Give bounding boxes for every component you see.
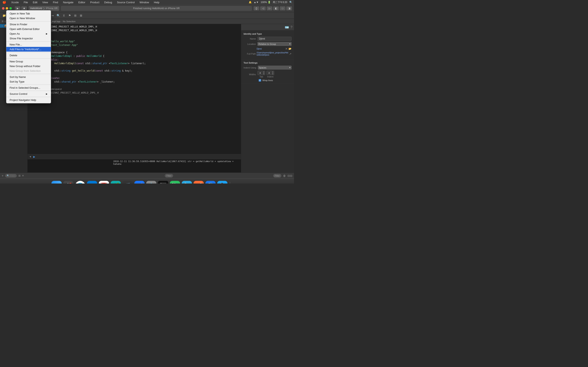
menubar-bell[interactable]: 🔔	[249, 1, 252, 4]
dock-chrome[interactable]: 🌐	[75, 181, 85, 184]
text-settings-section: Text Settings Indent Using Spaces ▾ Widt…	[241, 59, 294, 84]
flag-icon[interactable]: ⚑	[67, 13, 72, 18]
layout-right-button[interactable]: ◨	[286, 6, 292, 10]
tab-stepper[interactable]: 4 ▲ ▼	[258, 71, 265, 75]
filter-box-3[interactable]: Filter	[273, 174, 281, 178]
code-content[interactable]: #ifndef DJINNI_PROJECT_HELLO_WORLD_IMPL_…	[35, 24, 241, 154]
ctx-sort-type[interactable]: Sort by Type	[6, 79, 51, 84]
menu-editor[interactable]: Editor	[78, 1, 86, 4]
filter-icon[interactable]: ⧖	[61, 13, 66, 18]
view-icon[interactable]: ✕	[22, 174, 24, 177]
dock-evernote[interactable]: 🐘	[170, 181, 180, 184]
nav-back[interactable]: ◁	[4, 20, 6, 22]
ctx-navigator-help[interactable]: Project Navigator Help	[6, 98, 51, 102]
layout-center-button[interactable]: □	[280, 6, 285, 10]
menu-debug[interactable]: Debug	[104, 1, 113, 4]
dock-finder[interactable]: 🗂	[52, 181, 62, 184]
dock-appstore[interactable]: 🛒	[134, 181, 145, 184]
ctx-new-group[interactable]: New Group	[6, 59, 51, 64]
indent-down[interactable]: ▼	[272, 73, 274, 75]
indent-up[interactable]: ▲	[272, 71, 274, 73]
menu-edit[interactable]: Edit	[32, 1, 38, 4]
menu-help[interactable]: Help	[153, 1, 160, 4]
curly-brace-button[interactable]: {}	[254, 6, 259, 10]
menu-xcode[interactable]: Xcode	[10, 1, 20, 4]
ctx-open-external[interactable]: Open with External Editor	[6, 27, 51, 31]
apple-menu[interactable]: 🍎	[2, 0, 7, 4]
ctx-delete[interactable]: Delete	[6, 53, 51, 58]
menubar-time: 周二下午3:20	[273, 1, 287, 4]
console-play-icon[interactable]: ▶	[33, 155, 35, 158]
diagram-icon[interactable]: ⊞	[73, 13, 78, 18]
menu-navigate[interactable]: Navigate	[62, 1, 74, 4]
console-toolbar: ▼ ▶	[27, 154, 241, 159]
dock-xcode[interactable]: ⚒️	[205, 181, 216, 184]
close-button[interactable]	[2, 7, 4, 9]
add-icon[interactable]: +	[2, 174, 3, 178]
scheme-selector[interactable]: HelloWorld ❯ iPhone XR	[29, 6, 59, 11]
dock-qq[interactable]: 🐧	[217, 181, 227, 184]
search-toolbar-icon[interactable]: 🔍	[56, 13, 61, 18]
ctx-open-new-window[interactable]: Open in New Window	[6, 16, 51, 21]
ctx-open-new-tab[interactable]: Open in New Tab	[6, 11, 51, 16]
menu-file[interactable]: File	[23, 1, 29, 4]
trash-icon[interactable]: 🗑	[283, 174, 286, 177]
indent-row: Indent Using Spaces ▾	[243, 66, 292, 69]
console-collapse-icon[interactable]: ▼	[29, 155, 32, 158]
dock-instruments[interactable]: 🎸	[194, 181, 204, 184]
console-area: ▼ ▶ 2018-12-11 11:36:59.516955+0800 Hell…	[27, 154, 241, 173]
run-button[interactable]: ▶	[15, 6, 20, 10]
dock-calendar[interactable]: 📅	[99, 181, 109, 184]
location-select[interactable]: Relative to Group ▾	[258, 42, 292, 46]
nav-icon[interactable]: ☰	[2, 20, 3, 22]
ctx-add-files[interactable]: Add Files to "HelloWorld"...	[6, 47, 51, 52]
path-clear-icon[interactable]: ✕	[285, 47, 288, 50]
back-button[interactable]: ◁	[260, 6, 266, 10]
indent-stepper[interactable]: 4 ▲ ▼	[267, 71, 274, 75]
dock-sourcetree[interactable]: 🌿	[111, 181, 121, 184]
dock-terminal[interactable]: ⬛	[158, 181, 168, 184]
path-browse-icon[interactable]: 📂	[288, 47, 292, 50]
dock-clion[interactable]: 🔧	[182, 181, 192, 184]
layout-toggle[interactable]: ⊟⊟	[287, 174, 292, 177]
folder-icon[interactable]: 📁	[2, 13, 7, 18]
full-path-icon[interactable]: ↗	[289, 52, 292, 55]
filter-box[interactable]: 🔍 Filter	[5, 174, 17, 178]
breadcrumb-selection[interactable]: No Selection	[63, 20, 75, 23]
ctx-find-groups[interactable]: Find in Selected Groups...	[6, 85, 51, 90]
menu-view[interactable]: View	[42, 1, 49, 4]
name-input[interactable]	[258, 37, 292, 41]
ctx-open-as[interactable]: Open As ▶	[6, 31, 51, 36]
wrap-lines-checkbox[interactable]: ✓	[259, 79, 261, 82]
filter-box-2[interactable]: Filter	[165, 174, 173, 178]
menu-find[interactable]: Find	[52, 1, 59, 4]
dock-launchpad[interactable]: 🚀	[63, 181, 73, 184]
tab-up[interactable]: ▲	[263, 71, 265, 73]
menu-product[interactable]: Product	[89, 1, 100, 4]
dock-trash[interactable]: 🗑	[233, 181, 243, 184]
help-inspector-icon[interactable]: ?	[291, 25, 292, 29]
ctx-show-inspector[interactable]: Show File Inspector	[6, 36, 51, 41]
ctx-new-group-no-folder[interactable]: New Group without Folder	[6, 64, 51, 68]
fullscreen-button[interactable]	[9, 7, 12, 9]
sort-icon[interactable]: ⊞	[18, 174, 21, 177]
indent-select[interactable]: Spaces ▾	[258, 66, 292, 69]
forward-button[interactable]: ▷	[267, 6, 272, 10]
clock-icon[interactable]: ⊠	[79, 13, 84, 18]
menubar-search[interactable]: 🔍	[289, 1, 292, 4]
ctx-sort-name[interactable]: Sort by Name	[6, 75, 51, 79]
identity-inspector-icon[interactable]: 🪪	[285, 25, 289, 29]
layout-left-button[interactable]: ◧	[273, 6, 279, 10]
minimize-button[interactable]	[6, 7, 8, 9]
stop-button[interactable]: ■	[21, 6, 27, 10]
dock-systemprefs[interactable]: ⚙️	[146, 181, 156, 184]
dock-music[interactable]: 🎵	[122, 181, 133, 184]
ctx-show-finder[interactable]: Show in Finder	[6, 22, 51, 27]
ctx-source-control[interactable]: Source Control ▶	[6, 92, 51, 96]
ctx-new-file[interactable]: New File...	[6, 42, 51, 47]
menu-window[interactable]: Window	[139, 1, 150, 4]
tab-down[interactable]: ▼	[263, 73, 265, 75]
code-editor[interactable]: 12345 678910 1112131415 1617181920 21 #i…	[27, 24, 241, 154]
menu-source-control[interactable]: Source Control	[116, 1, 136, 4]
dock-outlook[interactable]: 📧	[87, 181, 97, 184]
